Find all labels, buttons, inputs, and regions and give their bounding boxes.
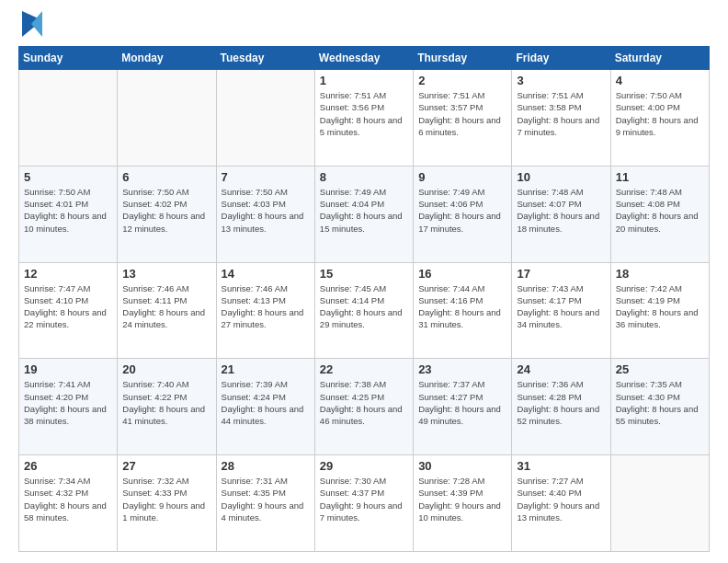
day-number: 28: [222, 459, 310, 473]
calendar-cell: 1Sunrise: 7:51 AM Sunset: 3:56 PM Daylig…: [314, 70, 413, 167]
day-number: 7: [222, 170, 310, 184]
day-number: 12: [24, 267, 112, 281]
calendar-cell: 20Sunrise: 7:40 AM Sunset: 4:22 PM Dayli…: [118, 359, 216, 455]
calendar-cell: [118, 70, 216, 167]
day-number: 2: [418, 74, 506, 87]
day-info: Sunrise: 7:42 AM Sunset: 4:19 PM Dayligh…: [616, 282, 704, 331]
day-info: Sunrise: 7:46 AM Sunset: 4:13 PM Dayligh…: [222, 282, 310, 331]
day-info: Sunrise: 7:31 AM Sunset: 4:35 PM Dayligh…: [222, 475, 310, 523]
day-number: 13: [122, 267, 210, 281]
calendar-cell: 9Sunrise: 7:49 AM Sunset: 4:06 PM Daylig…: [414, 166, 512, 262]
calendar-cell: 3Sunrise: 7:51 AM Sunset: 3:58 PM Daylig…: [512, 70, 610, 167]
calendar-cell: 15Sunrise: 7:45 AM Sunset: 4:14 PM Dayli…: [314, 262, 413, 359]
calendar-header-row: SundayMondayTuesdayWednesdayThursdayFrid…: [19, 47, 710, 70]
calendar-cell: 6Sunrise: 7:50 AM Sunset: 4:02 PM Daylig…: [118, 166, 216, 262]
page: SundayMondayTuesdayWednesdayThursdayFrid…: [0, 0, 728, 563]
day-number: 1: [320, 74, 408, 87]
day-number: 6: [122, 170, 210, 184]
day-info: Sunrise: 7:39 AM Sunset: 4:24 PM Dayligh…: [222, 378, 310, 427]
calendar-cell: 12Sunrise: 7:47 AM Sunset: 4:10 PM Dayli…: [19, 262, 118, 359]
day-number: 29: [320, 459, 408, 473]
day-info: Sunrise: 7:50 AM Sunset: 4:00 PM Dayligh…: [616, 89, 704, 138]
calendar-cell: 18Sunrise: 7:42 AM Sunset: 4:19 PM Dayli…: [610, 262, 709, 359]
logo: [18, 15, 42, 37]
day-info: Sunrise: 7:37 AM Sunset: 4:27 PM Dayligh…: [418, 378, 506, 427]
day-info: Sunrise: 7:41 AM Sunset: 4:20 PM Dayligh…: [24, 378, 112, 427]
weekday-header: Sunday: [19, 47, 118, 70]
day-number: 22: [320, 362, 408, 376]
day-info: Sunrise: 7:48 AM Sunset: 4:07 PM Dayligh…: [517, 186, 605, 235]
calendar-cell: 25Sunrise: 7:35 AM Sunset: 4:30 PM Dayli…: [610, 359, 709, 455]
calendar-cell: [216, 70, 314, 167]
day-number: 25: [616, 362, 704, 376]
day-number: 18: [616, 267, 704, 281]
day-number: 10: [517, 170, 605, 184]
day-number: 24: [517, 362, 605, 376]
day-info: Sunrise: 7:40 AM Sunset: 4:22 PM Dayligh…: [122, 378, 210, 427]
calendar-cell: [19, 70, 118, 167]
calendar-cell: 14Sunrise: 7:46 AM Sunset: 4:13 PM Dayli…: [216, 262, 314, 359]
calendar-cell: [610, 455, 709, 552]
calendar-cell: 21Sunrise: 7:39 AM Sunset: 4:24 PM Dayli…: [216, 359, 314, 455]
calendar-cell: 30Sunrise: 7:28 AM Sunset: 4:39 PM Dayli…: [414, 455, 512, 552]
calendar-cell: 8Sunrise: 7:49 AM Sunset: 4:04 PM Daylig…: [314, 166, 413, 262]
day-info: Sunrise: 7:32 AM Sunset: 4:33 PM Dayligh…: [122, 475, 210, 523]
day-info: Sunrise: 7:49 AM Sunset: 4:06 PM Dayligh…: [418, 186, 506, 235]
weekday-header: Wednesday: [314, 47, 413, 70]
day-info: Sunrise: 7:47 AM Sunset: 4:10 PM Dayligh…: [24, 282, 112, 331]
calendar-cell: 29Sunrise: 7:30 AM Sunset: 4:37 PM Dayli…: [314, 455, 413, 552]
day-info: Sunrise: 7:50 AM Sunset: 4:02 PM Dayligh…: [122, 186, 210, 235]
calendar-week-row: 26Sunrise: 7:34 AM Sunset: 4:32 PM Dayli…: [19, 455, 710, 552]
day-number: 31: [517, 459, 605, 473]
weekday-header: Saturday: [610, 47, 709, 70]
day-info: Sunrise: 7:51 AM Sunset: 3:56 PM Dayligh…: [320, 89, 408, 138]
day-info: Sunrise: 7:27 AM Sunset: 4:40 PM Dayligh…: [517, 475, 605, 523]
day-number: 3: [517, 74, 605, 87]
day-number: 19: [24, 362, 112, 376]
weekday-header: Thursday: [414, 47, 512, 70]
day-number: 15: [320, 267, 408, 281]
day-info: Sunrise: 7:30 AM Sunset: 4:37 PM Dayligh…: [320, 475, 408, 523]
day-number: 27: [122, 459, 210, 473]
day-number: 5: [24, 170, 112, 184]
calendar-cell: 22Sunrise: 7:38 AM Sunset: 4:25 PM Dayli…: [314, 359, 413, 455]
calendar-cell: 13Sunrise: 7:46 AM Sunset: 4:11 PM Dayli…: [118, 262, 216, 359]
day-number: 21: [222, 362, 310, 376]
day-number: 14: [222, 267, 310, 281]
day-number: 11: [616, 170, 704, 184]
day-info: Sunrise: 7:48 AM Sunset: 4:08 PM Dayligh…: [616, 186, 704, 235]
calendar-cell: 2Sunrise: 7:51 AM Sunset: 3:57 PM Daylig…: [414, 70, 512, 167]
calendar-week-row: 12Sunrise: 7:47 AM Sunset: 4:10 PM Dayli…: [19, 262, 710, 359]
calendar-cell: 11Sunrise: 7:48 AM Sunset: 4:08 PM Dayli…: [610, 166, 709, 262]
calendar-week-row: 5Sunrise: 7:50 AM Sunset: 4:01 PM Daylig…: [19, 166, 710, 262]
svg-marker-1: [31, 11, 42, 37]
weekday-header: Monday: [118, 47, 216, 70]
calendar-cell: 4Sunrise: 7:50 AM Sunset: 4:00 PM Daylig…: [610, 70, 709, 167]
day-info: Sunrise: 7:51 AM Sunset: 3:57 PM Dayligh…: [418, 89, 506, 138]
calendar-cell: 27Sunrise: 7:32 AM Sunset: 4:33 PM Dayli…: [118, 455, 216, 552]
calendar-cell: 28Sunrise: 7:31 AM Sunset: 4:35 PM Dayli…: [216, 455, 314, 552]
calendar-table: SundayMondayTuesdayWednesdayThursdayFrid…: [18, 46, 710, 552]
calendar-body: 1Sunrise: 7:51 AM Sunset: 3:56 PM Daylig…: [19, 70, 710, 552]
calendar-cell: 17Sunrise: 7:43 AM Sunset: 4:17 PM Dayli…: [512, 262, 610, 359]
day-number: 30: [418, 459, 506, 473]
day-info: Sunrise: 7:43 AM Sunset: 4:17 PM Dayligh…: [517, 282, 605, 331]
day-number: 9: [418, 170, 506, 184]
day-number: 8: [320, 170, 408, 184]
day-info: Sunrise: 7:49 AM Sunset: 4:04 PM Dayligh…: [320, 186, 408, 235]
calendar-cell: 16Sunrise: 7:44 AM Sunset: 4:16 PM Dayli…: [414, 262, 512, 359]
calendar-cell: 5Sunrise: 7:50 AM Sunset: 4:01 PM Daylig…: [19, 166, 118, 262]
calendar-cell: 23Sunrise: 7:37 AM Sunset: 4:27 PM Dayli…: [414, 359, 512, 455]
day-number: 16: [418, 267, 506, 281]
logo-icon: [22, 11, 42, 37]
day-info: Sunrise: 7:50 AM Sunset: 4:01 PM Dayligh…: [24, 186, 112, 235]
calendar-cell: 26Sunrise: 7:34 AM Sunset: 4:32 PM Dayli…: [19, 455, 118, 552]
day-info: Sunrise: 7:46 AM Sunset: 4:11 PM Dayligh…: [122, 282, 210, 331]
weekday-header: Tuesday: [216, 47, 314, 70]
day-info: Sunrise: 7:44 AM Sunset: 4:16 PM Dayligh…: [418, 282, 506, 331]
day-number: 20: [122, 362, 210, 376]
day-info: Sunrise: 7:28 AM Sunset: 4:39 PM Dayligh…: [418, 475, 506, 523]
calendar-week-row: 19Sunrise: 7:41 AM Sunset: 4:20 PM Dayli…: [19, 359, 710, 455]
day-info: Sunrise: 7:51 AM Sunset: 3:58 PM Dayligh…: [517, 89, 605, 138]
day-number: 4: [616, 74, 704, 87]
